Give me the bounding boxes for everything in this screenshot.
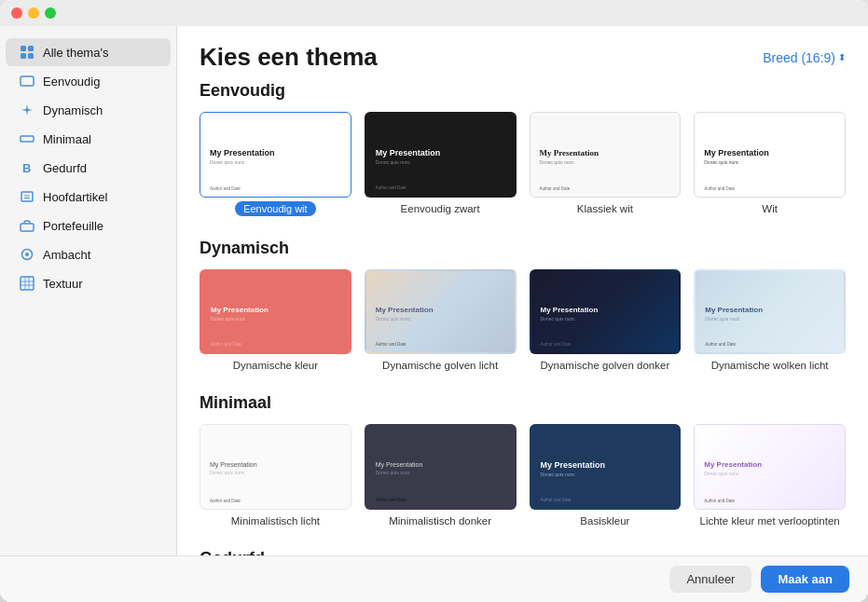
briefcase-icon	[19, 217, 35, 234]
sidebar-item-eenvoudig[interactable]: Eenvoudig	[6, 67, 171, 95]
rectangle-icon	[19, 130, 35, 147]
maximize-button[interactable]	[45, 7, 56, 19]
sidebar-item-portefeuille[interactable]: Portefeuille	[6, 212, 171, 239]
chevron-down-icon: ⬍	[838, 52, 846, 62]
theme-label-dyn-golven-donker: Dynamische golven donker	[541, 360, 670, 371]
theme-preview-dyn-golven-licht: My PresentationDonec quis nuncAuthor and…	[365, 269, 517, 355]
sidebar-item-label: Textuur	[43, 277, 83, 291]
theme-item-wit[interactable]: My PresentationDonec quis nuncAuthor and…	[694, 112, 846, 216]
theme-preview-licht-verloop: My PresentationDonec quis nuncAuthor and…	[694, 424, 846, 510]
theme-item-dyn-golven-licht[interactable]: My PresentationDonec quis nuncAuthor and…	[365, 269, 517, 372]
sidebar-item-dynamisch[interactable]: Dynamisch	[6, 96, 171, 124]
preview-title-min-licht: My Presentation	[210, 461, 341, 468]
theme-label-dyn-golven-licht: Dynamische golven licht	[382, 360, 498, 371]
sidebar: Alle thema's Eenvoudig Dynamisch Minimaa…	[0, 26, 177, 555]
sparkle-icon	[19, 102, 35, 118]
svg-rect-1	[28, 46, 34, 51]
theme-label-dyn-wolken-licht: Dynamische wolken licht	[711, 360, 829, 371]
preview-subtitle-dyn-kleur: Donec quis nunc	[211, 316, 340, 322]
preview-title-wit: My Presentation	[704, 148, 835, 157]
theme-preview-eenvoudig-zwart: My PresentationDonec quis nuncAuthor and…	[365, 112, 517, 198]
theme-label-licht-verloop: Lichte kleur met verlooptinten	[700, 515, 840, 527]
sidebar-item-label: Portefeuille	[43, 219, 103, 233]
cancel-button[interactable]: Annuleer	[669, 566, 751, 593]
sidebar-item-alle-themas[interactable]: Alle thema's	[6, 38, 171, 66]
svg-point-12	[25, 253, 29, 256]
texture-icon	[19, 275, 35, 292]
section-title-minimaal: Minimaal	[200, 393, 846, 413]
theme-preview-min-licht: My PresentationDonec quis nuncAuthor and…	[200, 424, 351, 510]
preview-author-eenvoudig-wit: Author and Date	[210, 186, 241, 191]
svg-text:B: B	[22, 161, 31, 175]
sidebar-item-label: Gedurfd	[43, 161, 87, 175]
minimize-button[interactable]	[28, 7, 39, 19]
preview-subtitle-min-donker: Donec quis nunc	[376, 470, 505, 475]
preview-subtitle-wit: Donec quis nunc	[704, 159, 835, 165]
close-button[interactable]	[11, 7, 22, 19]
create-button[interactable]: Maak aan	[761, 566, 849, 593]
theme-item-min-licht[interactable]: My PresentationDonec quis nuncAuthor and…	[200, 424, 351, 527]
theme-label-dyn-kleur: Dynamische kleur	[233, 360, 318, 371]
preview-title-eenvoudig-wit: My Presentation	[210, 148, 341, 157]
theme-label-eenvoudig-zwart: Eenvoudig zwart	[401, 203, 480, 214]
sidebar-item-gedurfd[interactable]: B Gedurfd	[6, 154, 171, 182]
sidebar-item-label: Minimaal	[43, 132, 91, 146]
section-dynamisch: DynamischMy PresentationDonec quis nuncA…	[200, 239, 846, 372]
theme-preview-dyn-golven-donker: My PresentationDonec quis nuncAuthor and…	[530, 269, 682, 355]
preview-subtitle-dyn-wolken-licht: Donec quis nunc	[705, 316, 834, 322]
footer: Annuleer Maak aan	[0, 555, 868, 602]
theme-item-basiskleur[interactable]: My PresentationDonec quis nuncAuthor and…	[530, 424, 682, 527]
sidebar-item-ambacht[interactable]: Ambacht	[6, 240, 171, 268]
page-title: Kies een thema	[200, 43, 378, 72]
section-gedurfd: Gedurfd	[200, 549, 846, 555]
theme-label-klassiek-wit: Klassiek wit	[577, 203, 633, 214]
preview-subtitle-licht-verloop: Donec quis nunc	[704, 471, 835, 476]
theme-item-licht-verloop[interactable]: My PresentationDonec quis nuncAuthor and…	[694, 424, 846, 527]
newspaper-icon	[19, 188, 35, 205]
sidebar-item-hoofdartikel[interactable]: Hoofdartikel	[6, 183, 171, 211]
sidebar-item-minimaal[interactable]: Minimaal	[6, 125, 171, 153]
preview-title-dyn-kleur: My Presentation	[211, 306, 340, 314]
svg-rect-5	[21, 136, 34, 142]
section-eenvoudig: EenvoudigMy PresentationDonec quis nuncA…	[200, 81, 846, 216]
theme-item-eenvoudig-zwart[interactable]: My PresentationDonec quis nuncAuthor and…	[365, 112, 517, 216]
preview-title-eenvoudig-zwart: My Presentation	[376, 148, 505, 157]
preview-subtitle-dyn-golven-licht: Donec quis nunc	[376, 316, 505, 322]
preview-author-dyn-kleur: Author and Date	[211, 342, 241, 347]
theme-preview-eenvoudig-wit: My PresentationDonec quis nuncAuthor and…	[200, 112, 351, 198]
theme-label-min-licht: Minimalistisch licht	[231, 515, 320, 527]
themes-grid-dynamisch: My PresentationDonec quis nuncAuthor and…	[200, 269, 846, 372]
theme-item-dyn-golven-donker[interactable]: My PresentationDonec quis nuncAuthor and…	[530, 269, 682, 372]
theme-item-dyn-wolken-licht[interactable]: My PresentationDonec quis nuncAuthor and…	[694, 269, 846, 372]
selected-badge: Eenvoudig wit	[235, 201, 316, 216]
svg-rect-13	[21, 277, 34, 290]
sidebar-item-label: Alle thema's	[43, 46, 108, 60]
aspect-ratio-selector[interactable]: Breed (16:9) ⬍	[763, 50, 846, 65]
preview-author-basiskleur: Author and Date	[541, 498, 572, 502]
preview-author-dyn-wolken-licht: Author and Date	[705, 342, 736, 347]
preview-author-eenvoudig-zwart: Author and Date	[376, 185, 406, 190]
preview-author-klassiek-wit: Author and Date	[540, 186, 571, 191]
svg-rect-0	[21, 46, 26, 51]
preview-title-licht-verloop: My Presentation	[704, 460, 835, 469]
theme-item-min-donker[interactable]: My PresentationDonec quis nuncAuthor and…	[365, 424, 517, 527]
preview-subtitle-eenvoudig-zwart: Donec quis nunc	[376, 159, 505, 165]
bold-icon: B	[19, 159, 35, 176]
main-header: Kies een thema Breed (16:9) ⬍	[177, 26, 868, 81]
preview-author-licht-verloop: Author and Date	[704, 499, 735, 503]
aspect-ratio-label: Breed (16:9)	[763, 50, 835, 65]
preview-title-dyn-golven-licht: My Presentation	[376, 306, 505, 314]
theme-item-eenvoudig-wit[interactable]: My PresentationDonec quis nuncAuthor and…	[200, 112, 351, 216]
theme-label-wit: Wit	[762, 203, 778, 214]
theme-item-dyn-kleur[interactable]: My PresentationDonec quis nuncAuthor and…	[200, 269, 351, 372]
theme-item-klassiek-wit[interactable]: My PresentationDonec quis nuncAuthor and…	[530, 112, 682, 216]
window-content: Alle thema's Eenvoudig Dynamisch Minimaa…	[0, 26, 868, 555]
sidebar-item-label: Hoofdartikel	[43, 190, 107, 204]
svg-rect-10	[21, 224, 34, 231]
section-title-dynamisch: Dynamisch	[200, 239, 846, 258]
sidebar-item-textuur[interactable]: Textuur	[6, 269, 171, 297]
main-window: Alle thema's Eenvoudig Dynamisch Minimaa…	[0, 0, 868, 602]
theme-label-min-donker: Minimalistisch donker	[389, 515, 491, 527]
sidebar-item-label: Ambacht	[43, 248, 90, 262]
square-icon	[19, 73, 35, 89]
